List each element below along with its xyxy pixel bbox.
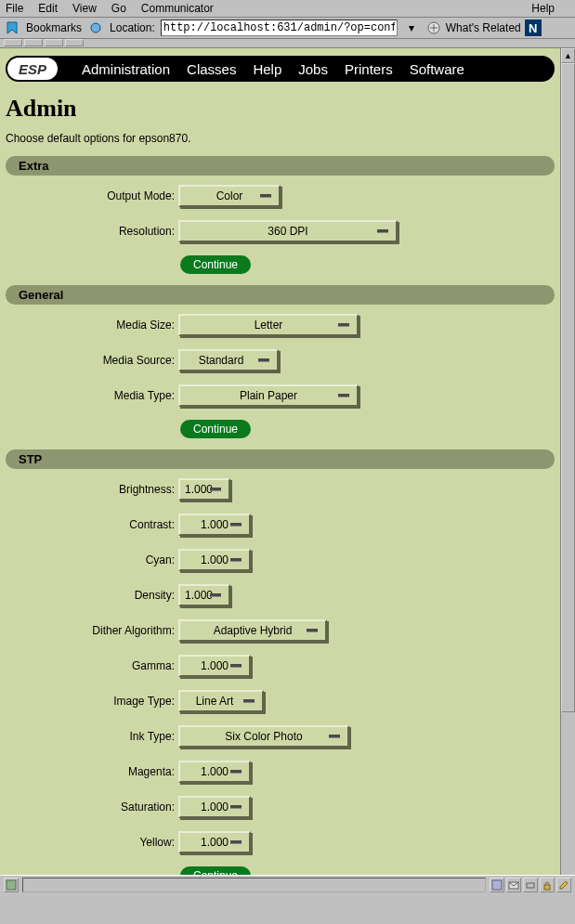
nav-software[interactable]: Software [410,61,464,77]
tab-handle[interactable] [24,39,43,46]
yellow-label: Yellow: [6,836,178,849]
chevron-down-icon [230,558,242,562]
output-mode-select[interactable]: Color [178,185,281,207]
ink-type-label: Ink Type: [6,730,178,743]
menu-file[interactable]: File [6,2,23,15]
svg-rect-6 [544,885,550,890]
svg-rect-5 [527,883,534,888]
cyan-select[interactable]: 1.000 [178,549,251,571]
chevron-down-icon [260,194,271,198]
chevron-down-icon [230,770,242,774]
saturation-label: Saturation: [6,800,178,813]
svg-rect-2 [7,880,16,890]
chevron-down-icon [230,805,242,809]
output-mode-value: Color [216,189,243,202]
url-input[interactable] [161,20,398,36]
scroll-up-icon[interactable]: ▲ [561,48,575,63]
image-type-select[interactable]: Line Art [178,690,264,712]
density-select[interactable]: 1.000 [178,584,230,606]
netscape-icon[interactable]: N [525,20,542,36]
chevron-down-icon [338,323,349,327]
whatsrelated-label[interactable]: What's Related [446,21,521,34]
chevron-down-icon [230,840,242,844]
chevron-down-icon [338,394,349,397]
scrollbar-track[interactable] [561,63,575,875]
dither-select[interactable]: Adaptive Hybrid [178,619,327,642]
continue-button-extra[interactable]: Continue [180,255,251,274]
brightness-select[interactable]: 1.000 [178,478,230,501]
chevron-down-icon [377,229,388,233]
tab-handle[interactable] [65,39,84,46]
location-label: Location: [110,21,155,34]
chevron-down-icon [210,593,221,597]
menu-go[interactable]: Go [111,2,126,15]
bookmarks-label[interactable]: Bookmarks [26,21,82,34]
image-type-value: Line Art [196,695,234,708]
nav-help[interactable]: Help [253,61,281,77]
resolution-label: Resolution: [6,225,178,238]
magenta-select[interactable]: 1.000 [178,761,251,783]
svg-point-0 [91,23,100,33]
tab-strip [0,39,575,48]
tab-handle[interactable] [4,39,22,46]
continue-button-stp[interactable]: Continue [180,866,251,875]
status-component-icon[interactable] [490,878,504,892]
menu-view[interactable]: View [72,2,97,15]
location-icon [87,20,104,36]
vertical-scrollbar[interactable]: ▲ [560,48,575,875]
contrast-value: 1.000 [201,518,229,531]
gamma-select[interactable]: 1.000 [178,655,251,677]
chevron-down-icon [230,664,242,668]
gamma-label: Gamma: [6,659,178,672]
media-type-select[interactable]: Plain Paper [178,384,359,407]
chevron-down-icon [258,358,269,362]
scrollbar-thumb[interactable] [561,63,575,712]
browser-statusbar [0,875,575,893]
resolution-value: 360 DPI [268,225,307,238]
menu-edit[interactable]: Edit [38,2,58,15]
ink-type-value: Six Color Photo [225,730,302,743]
bookmarks-icon[interactable] [4,20,20,36]
saturation-value: 1.000 [201,800,229,813]
status-edit-icon[interactable] [556,878,571,892]
whatsrelated-icon[interactable] [425,20,442,36]
media-size-select[interactable]: Letter [178,314,359,336]
continue-button-general[interactable]: Continue [180,420,251,438]
chevron-down-icon [307,629,318,632]
cyan-label: Cyan: [6,553,178,566]
density-label: Density: [6,589,178,602]
media-source-value: Standard [199,354,244,367]
media-type-label: Media Type: [6,389,178,402]
nav-administration[interactable]: Administration [82,61,170,77]
image-type-label: Image Type: [6,695,178,708]
saturation-select[interactable]: 1.000 [178,796,251,818]
output-mode-label: Output Mode: [6,189,178,202]
dither-label: Dither Algorithm: [6,624,178,637]
media-size-label: Media Size: [6,319,178,332]
resolution-select[interactable]: 360 DPI [178,220,398,242]
dropdown-arrow-icon[interactable]: ▾ [403,20,420,36]
nav-jobs[interactable]: Jobs [298,61,328,77]
chevron-down-icon [210,488,221,491]
nav-printers[interactable]: Printers [345,61,393,77]
chevron-down-icon [230,523,242,527]
status-mail-icon[interactable] [506,878,521,892]
magenta-label: Magenta: [6,765,178,778]
magenta-value: 1.000 [201,765,229,778]
status-print-icon[interactable] [523,878,538,892]
dither-value: Adaptive Hybrid [214,624,293,637]
status-lock-icon[interactable] [540,878,555,892]
media-source-select[interactable]: Standard [178,349,279,371]
browser-menubar: File Edit View Go Communicator Help [0,0,575,18]
page-content: ESP Administration Classes Help Jobs Pri… [0,48,560,875]
contrast-select[interactable]: 1.000 [178,514,251,536]
tab-handle[interactable] [45,39,63,46]
yellow-select[interactable]: 1.000 [178,831,251,853]
ink-type-select[interactable]: Six Color Photo [178,725,349,748]
nav-classes[interactable]: Classes [187,61,236,77]
svg-rect-3 [492,880,502,890]
status-nav-icon[interactable] [4,878,19,892]
menu-communicator[interactable]: Communicator [141,2,214,15]
cyan-value: 1.000 [201,553,229,566]
menu-help[interactable]: Help [531,2,555,15]
